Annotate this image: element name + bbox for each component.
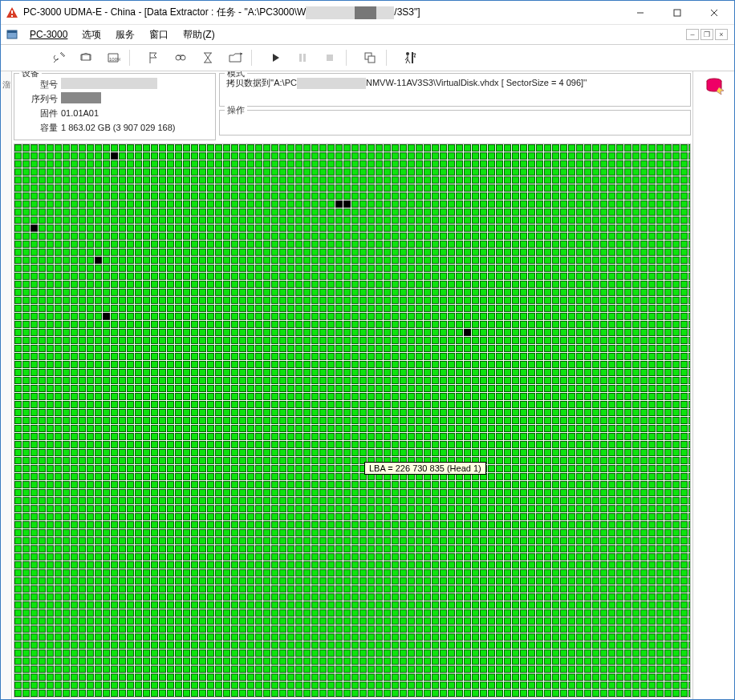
ruler-button[interactable] <box>72 47 99 69</box>
svg-rect-17 <box>303 54 306 62</box>
maximize-button[interactable] <box>659 1 696 25</box>
svg-rect-16 <box>299 54 302 62</box>
menu-service[interactable]: 服务 <box>112 26 138 43</box>
find-button[interactable] <box>167 47 194 69</box>
svg-line-24 <box>406 59 408 63</box>
sector-map[interactable]: ▲ ▼ LBA = 226 730 835 (Head 1) <box>14 144 691 698</box>
svg-rect-20 <box>368 56 375 63</box>
menubar-app-icon <box>6 28 18 41</box>
mode-panel-label: 模式 <box>225 71 247 79</box>
svg-rect-8 <box>7 30 17 33</box>
close-button[interactable] <box>696 1 733 25</box>
sector-map-canvas[interactable] <box>14 144 691 697</box>
firmware-label: 固件 <box>21 107 58 119</box>
hourglass-button[interactable] <box>194 47 221 69</box>
model-value <box>61 78 157 91</box>
model-label: 型号 <box>21 79 58 91</box>
svg-marker-15 <box>273 54 279 62</box>
operation-panel-label: 操作 <box>225 104 247 116</box>
window-title: PC-3000 UDMA-E - China - [Data Extractor… <box>23 6 622 19</box>
flag-button[interactable] <box>140 47 167 69</box>
pause-button[interactable] <box>289 47 316 69</box>
svg-line-25 <box>408 59 410 63</box>
device-panel-label: 设备 <box>19 71 42 79</box>
play-button[interactable] <box>262 47 289 69</box>
menu-pc3000[interactable]: PC-3000 <box>26 27 71 42</box>
svg-point-12 <box>176 55 181 60</box>
svg-rect-26 <box>412 52 413 63</box>
stop-button[interactable] <box>316 47 343 69</box>
operation-panel: 操作 <box>219 110 691 136</box>
app-window: PC-3000 UDMA-E - China - [Data Extractor… <box>0 0 735 700</box>
right-sidebar <box>692 71 734 699</box>
menu-help[interactable]: 帮助(Z) <box>180 26 217 43</box>
capacity-label: 容量 <box>21 122 58 134</box>
svg-rect-4 <box>674 10 680 16</box>
svg-point-21 <box>406 52 409 55</box>
titlebar: PC-3000 UDMA-E - China - [Data Extractor… <box>1 1 734 25</box>
lba-tooltip: LBA = 226 730 835 (Head 1) <box>364 462 486 475</box>
cascade-button[interactable] <box>356 47 384 69</box>
mdi-controls: – ❐ × <box>686 29 729 40</box>
mode-value: 拷贝数据到''A:\PCNMVW-11AV3S3\VirtualDisk.vhd… <box>226 77 587 89</box>
mdi-close-button[interactable]: × <box>715 29 728 40</box>
app-icon <box>6 6 18 19</box>
left-sidebar-collapsed[interactable]: 溜 <box>1 71 12 699</box>
disk-icon[interactable] <box>705 76 724 95</box>
svg-point-13 <box>181 55 185 60</box>
serial-value <box>61 92 101 105</box>
capacity-value: 1 863.02 GB (3 907 029 168) <box>61 123 176 132</box>
menu-options[interactable]: 选项 <box>79 26 104 43</box>
mdi-minimize-button[interactable]: – <box>686 29 699 40</box>
exit-button[interactable] <box>396 47 424 69</box>
toolbar: 100% <box>1 44 734 71</box>
firmware-value: 01.01A01 <box>61 108 99 118</box>
folder-button[interactable] <box>221 47 249 69</box>
serial-label: 序列号 <box>21 93 58 105</box>
menubar: PC-3000 选项 服务 窗口 帮助(Z) – ❐ × <box>1 25 734 44</box>
svg-text:100%: 100% <box>109 57 120 62</box>
title-redacted <box>306 6 394 19</box>
menu-window[interactable]: 窗口 <box>146 26 172 43</box>
mode-panel: 模式 拷贝数据到''A:\PCNMVW-11AV3S3\VirtualDisk.… <box>219 73 691 107</box>
svg-rect-1 <box>11 10 13 14</box>
device-panel: 设备 型号 序列号 固件01.01A01 容量1 863.02 GB (3 90… <box>14 73 216 140</box>
svg-rect-18 <box>327 55 333 61</box>
mdi-restore-button[interactable]: ❐ <box>700 29 713 40</box>
svg-rect-2 <box>11 15 13 17</box>
tools-button[interactable] <box>45 47 72 69</box>
minimize-button[interactable] <box>622 1 659 25</box>
percent-button[interactable]: 100% <box>99 47 127 69</box>
